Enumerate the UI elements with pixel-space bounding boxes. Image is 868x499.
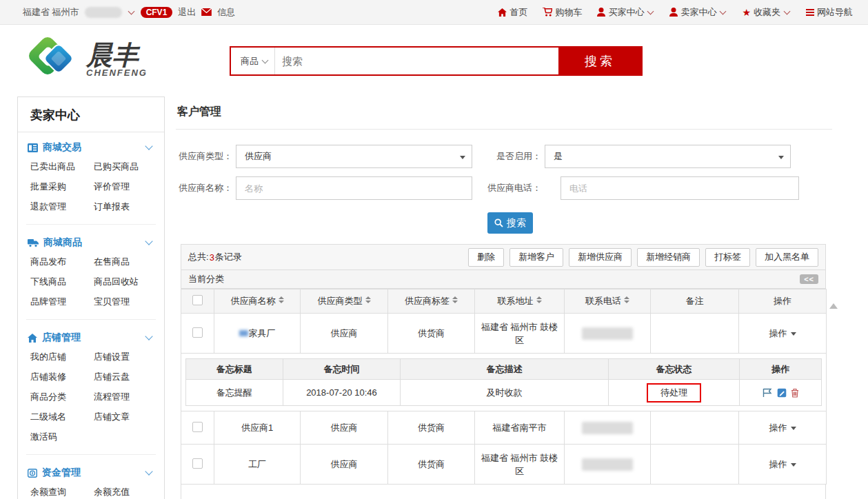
supplier-type-label: 供应商类型： bbox=[176, 145, 232, 168]
chevron-down-icon bbox=[647, 8, 654, 14]
row-action-dropdown[interactable]: 操作 bbox=[739, 314, 827, 354]
nav-site-navigation[interactable]: 网站导航 bbox=[806, 6, 853, 19]
sidebar-link[interactable]: 已卖出商品 bbox=[30, 161, 94, 173]
nav-favorites[interactable]: ★ 收藏夹 bbox=[742, 6, 791, 19]
logout-link[interactable]: 退出 bbox=[178, 6, 196, 19]
memo-header-row: 备忘标题 备忘时间 备忘描述 备忘状态 操作 bbox=[186, 359, 822, 380]
blacklist-button[interactable]: 加入黑名单 bbox=[756, 248, 818, 267]
table-actions: 删除 新增客户 新增供应商 新增经销商 打标签 加入黑名单 bbox=[468, 248, 818, 267]
col-note: 备注 bbox=[651, 289, 739, 314]
sidebar-link[interactable]: 品牌管理 bbox=[30, 296, 94, 308]
divider bbox=[26, 224, 156, 225]
collapse-button[interactable]: << bbox=[800, 274, 818, 284]
suppliers-table: 供应商名称 供应商类型 供应商标签 联系地址 联系电话 备注 操作 家具厂 供应… bbox=[181, 289, 827, 485]
select-all-checkbox[interactable] bbox=[192, 295, 203, 305]
user-location: 福建省 福州市 bbox=[23, 6, 79, 19]
supplier-name-input[interactable] bbox=[236, 177, 472, 199]
col-supplier-tag[interactable]: 供应商标签 bbox=[388, 289, 475, 314]
sidebar-section-trade: 商城交易 已卖出商品已购买商品批量采购评价管理退款管理订单报表 bbox=[18, 132, 164, 221]
search-icon bbox=[494, 218, 503, 227]
memo-col-desc: 备忘描述 bbox=[401, 359, 608, 380]
sidebar: 卖家中心 商城交易 已卖出商品已购买商品批量采购评价管理退款管理订单报表 商城商… bbox=[17, 96, 165, 499]
page-title: 客户管理 bbox=[176, 96, 832, 130]
enabled-select[interactable]: 是 bbox=[545, 145, 791, 168]
memo-col-title: 备忘标题 bbox=[186, 359, 283, 380]
col-supplier-type[interactable]: 供应商类型 bbox=[301, 289, 388, 314]
row-checkbox[interactable] bbox=[192, 458, 203, 469]
sidebar-link[interactable]: 店铺文章 bbox=[94, 411, 157, 423]
row-checkbox[interactable] bbox=[192, 422, 203, 432]
scroll-up-icon[interactable] bbox=[829, 303, 838, 309]
sort-icon bbox=[279, 296, 284, 303]
sidebar-link[interactable]: 店铺云盘 bbox=[94, 371, 157, 383]
sidebar-section-funds-header[interactable]: 资金管理 bbox=[28, 467, 154, 479]
sort-icon bbox=[365, 296, 371, 303]
divider bbox=[26, 454, 156, 455]
sidebar-section-trade-header[interactable]: 商城交易 bbox=[28, 141, 154, 154]
messages-link[interactable]: 信息 bbox=[217, 6, 235, 19]
sidebar-link[interactable]: 二级域名 bbox=[30, 411, 94, 423]
sidebar-link[interactable]: 已购买商品 bbox=[94, 161, 157, 173]
sidebar-link[interactable]: 商品发布 bbox=[30, 256, 94, 268]
supplier-phone-field-wrap bbox=[561, 176, 799, 200]
memo-data-row: 备忘提醒 2018-07-20 10:46 及时收款 待处理 bbox=[186, 380, 822, 406]
supplier-phone-input[interactable] bbox=[561, 177, 798, 199]
chevron-down-icon bbox=[145, 467, 152, 475]
caret-down-icon bbox=[460, 156, 465, 159]
supplier-type-select[interactable]: 供应商 bbox=[236, 145, 472, 168]
sidebar-section-shop-header[interactable]: 店铺管理 bbox=[28, 332, 154, 344]
row-action-dropdown[interactable]: 操作 bbox=[739, 411, 827, 445]
nav-seller-center[interactable]: 卖家中心 bbox=[669, 6, 727, 19]
memo-col-time: 备忘时间 bbox=[283, 359, 401, 380]
chevron-down-icon[interactable] bbox=[128, 8, 134, 14]
records-bar: 总共: 3 条记录 删除 新增客户 新增供应商 新增经销商 打标签 加入黑名单 bbox=[181, 244, 826, 270]
row-action-dropdown[interactable]: 操作 bbox=[739, 445, 827, 485]
edit-icon[interactable] bbox=[777, 388, 787, 398]
trash-icon[interactable] bbox=[791, 388, 799, 398]
sidebar-link[interactable]: 下线商品 bbox=[30, 276, 94, 288]
sidebar-section-goods-header[interactable]: 商城商品 bbox=[28, 236, 154, 249]
sidebar-link[interactable]: 我的店铺 bbox=[30, 351, 94, 363]
sidebar-link[interactable]: 商品回收站 bbox=[94, 276, 157, 288]
nav-buyer-center[interactable]: 买家中心 bbox=[597, 6, 654, 19]
sidebar-link[interactable]: 余额充值 bbox=[94, 486, 157, 498]
caret-down-icon bbox=[791, 427, 796, 430]
sidebar-link[interactable]: 流程管理 bbox=[94, 391, 157, 403]
search-input[interactable] bbox=[274, 48, 558, 74]
col-supplier-name[interactable]: 供应商名称 bbox=[214, 289, 301, 314]
row-checkbox[interactable] bbox=[192, 327, 203, 338]
sidebar-link[interactable]: 评价管理 bbox=[94, 181, 157, 193]
flag-icon[interactable] bbox=[763, 388, 773, 398]
header: 晨丰 CHENFENG 商品 搜索 bbox=[0, 26, 868, 95]
sidebar-link[interactable]: 余额查询 bbox=[30, 486, 94, 498]
filter-search-button[interactable]: 搜索 bbox=[487, 212, 533, 234]
add-customer-button[interactable]: 新增客户 bbox=[509, 248, 563, 267]
brand-logo[interactable]: 晨丰 CHENFENG bbox=[24, 32, 148, 88]
delete-button[interactable]: 删除 bbox=[468, 248, 504, 267]
add-supplier-button[interactable]: 新增供应商 bbox=[569, 248, 632, 267]
add-dealer-button[interactable]: 新增经销商 bbox=[637, 248, 700, 267]
nav-home[interactable]: 首页 bbox=[498, 6, 527, 19]
sidebar-link[interactable]: 商品分类 bbox=[30, 391, 94, 403]
sidebar-link[interactable]: 退款管理 bbox=[30, 201, 94, 213]
sidebar-link[interactable]: 店铺设置 bbox=[94, 351, 157, 363]
col-contact-address[interactable]: 联系地址 bbox=[475, 289, 565, 314]
sidebar-link[interactable]: 在售商品 bbox=[94, 256, 157, 268]
chenfeng-logo-icon bbox=[24, 32, 79, 88]
sidebar-link[interactable]: 订单报表 bbox=[94, 201, 157, 213]
category-label: 当前分类 bbox=[188, 273, 224, 285]
sidebar-link[interactable]: 店铺装修 bbox=[30, 371, 94, 383]
search-category-dropdown[interactable]: 商品 bbox=[231, 48, 274, 74]
col-contact-phone[interactable]: 联系电话 bbox=[565, 289, 651, 314]
tag-button[interactable]: 打标签 bbox=[705, 248, 750, 267]
brand-name-cn: 晨丰 bbox=[86, 43, 148, 68]
sidebar-link[interactable]: 批量采购 bbox=[30, 181, 94, 193]
global-search-button[interactable]: 搜索 bbox=[558, 48, 641, 74]
nav-cart[interactable]: 购物车 bbox=[543, 6, 582, 19]
envelope-icon bbox=[201, 8, 212, 16]
user-icon bbox=[669, 8, 678, 17]
records-count: 3 bbox=[210, 252, 214, 263]
chevron-down-icon bbox=[262, 57, 269, 63]
sidebar-link[interactable]: 激活码 bbox=[30, 431, 94, 443]
sidebar-link[interactable]: 宝贝管理 bbox=[94, 296, 157, 308]
